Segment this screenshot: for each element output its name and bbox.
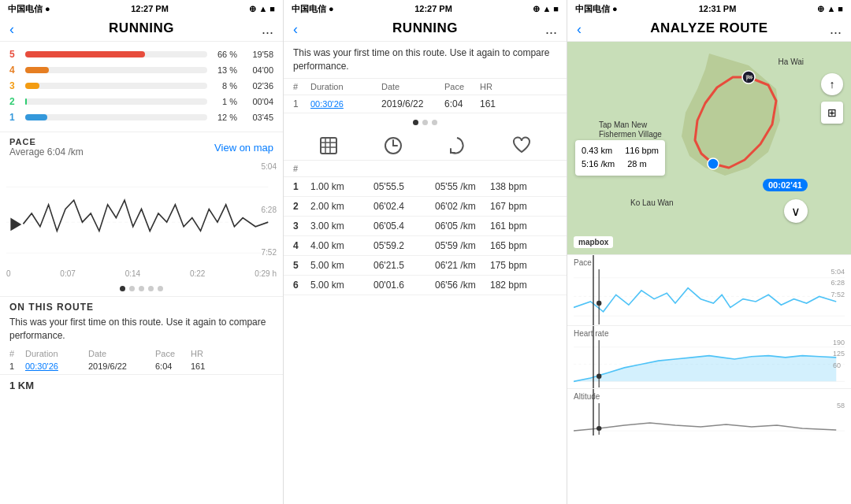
dot-1-2[interactable] <box>129 286 135 291</box>
lap-col1-header: # <box>293 164 310 173</box>
lap4-num: 4 <box>293 240 310 251</box>
zone-bar-bg-5 <box>25 51 207 57</box>
dot-1-4[interactable] <box>148 286 154 291</box>
lap2-dur: 06'02.4 <box>373 201 435 212</box>
layers-button[interactable]: ⊞ <box>821 102 843 124</box>
zone-bar-2 <box>25 98 27 105</box>
route-table-header: # Duration Date Pace HR <box>9 349 273 358</box>
lap6-hr: 182 bpm <box>490 280 537 291</box>
lap-col2-header <box>310 164 373 173</box>
lap4-pace: 05'59 /km <box>435 240 490 251</box>
lap6-dur: 00'01.6 <box>373 280 435 291</box>
row1-duration[interactable]: 00:30'26 <box>25 361 88 371</box>
hr-chart-row: Heart rate 190 125 60 <box>567 325 851 388</box>
p2-col-pace: Pace <box>444 82 480 91</box>
pace-chart-row: Pace 5:04 6:28 7:52 <box>567 254 851 325</box>
panel-3: 中国电信 ● 12:31 PM ⊕ ▲ ■ ‹ ANALYZE ROUTE ..… <box>567 0 851 504</box>
carrier-1: 中国电信 ● <box>8 3 50 15</box>
p2-dot-3[interactable] <box>432 120 437 125</box>
back-button-2[interactable]: ‹ <box>293 21 298 38</box>
pace-val-1: 5:04 <box>831 266 845 277</box>
hr-chart-line <box>574 340 845 387</box>
col-header-duration: Duration <box>25 349 88 358</box>
lap4-dist: 4.00 km <box>310 240 373 251</box>
map-label-kolau: Ko Lau Wan <box>630 198 674 207</box>
hr-chart-label: Heart rate <box>574 329 608 338</box>
lap2-num: 2 <box>293 201 310 212</box>
p2-table-header: # Duration Date Pace HR <box>284 79 567 95</box>
p2-dot-1[interactable] <box>413 120 418 125</box>
lap-row-1: 1 1.00 km 05'55.5 05'55 /km 138 bpm <box>284 177 567 197</box>
dot-1-5[interactable] <box>158 286 163 291</box>
route-history-table: # Duration Date Pace HR 1 00:30'26 2019/… <box>9 349 273 371</box>
zone-bar-1 <box>25 114 47 120</box>
status-icons-2: ⊕ ▲ ■ <box>533 4 559 14</box>
page-title-2: RUNNING <box>284 20 567 36</box>
alt-chart-row: Altitude 58 <box>567 388 851 435</box>
dot-1-active[interactable] <box>120 286 125 291</box>
more-button-3[interactable]: ... <box>830 21 842 38</box>
svg-point-16 <box>708 158 719 169</box>
chevron-down-button[interactable]: ∨ <box>784 199 808 223</box>
view-on-map-button[interactable]: View on map <box>214 142 273 154</box>
zone-time-5: 19'58 <box>242 50 273 59</box>
col-header-pace: Pace <box>155 349 191 358</box>
panel-1: 中国电信 ● 12:27 PM ⊕ ▲ ■ ‹ RUNNING ... 5 66… <box>0 0 284 504</box>
lap5-dur: 06'21.5 <box>373 260 435 271</box>
p2-icon-distance[interactable] <box>305 135 352 157</box>
zone-pct-1: 12 % <box>214 113 237 122</box>
zone-bar-5 <box>25 51 145 57</box>
panel-2: 中国电信 ● 12:27 PM ⊕ ▲ ■ ‹ RUNNING ... This… <box>284 0 567 504</box>
alt-scrubber-line <box>593 389 594 435</box>
zone-pct-4: 13 % <box>214 65 237 75</box>
p2-description: This was your first time on this route. … <box>284 42 567 79</box>
compass-button[interactable]: ↑ <box>821 73 843 95</box>
lap3-num: 3 <box>293 220 310 232</box>
p2-header: ‹ RUNNING ... <box>284 17 567 42</box>
stats-tooltip: 0.43 km 116 bpm 5:16 /km 28 m <box>575 140 665 176</box>
one-km-label-1: 1 KM <box>0 374 283 391</box>
lap2-pace: 06'02 /km <box>435 201 490 212</box>
p2-row1-num: 1 <box>293 98 310 109</box>
y-label-mid: 6:28 <box>262 206 277 214</box>
lap3-dist: 3.00 km <box>310 220 373 232</box>
row1-pace: 6:04 <box>155 361 191 371</box>
pace-chart-values: 5:04 6:28 7:52 <box>831 266 845 300</box>
map-label-hawai: Ha Wai <box>779 57 804 66</box>
lap5-hr: 175 bpm <box>490 260 537 271</box>
p2-col-date: Date <box>381 82 444 91</box>
svg-text:🏁: 🏁 <box>745 74 753 82</box>
on-this-route-title: ON THIS ROUTE <box>9 302 273 313</box>
back-button-3[interactable]: ‹ <box>577 21 582 38</box>
tooltip-bpm: 116 bpm <box>625 144 659 158</box>
p2-icon-pace[interactable] <box>433 135 481 157</box>
time-badge: 00:02'41 <box>763 179 808 191</box>
page-title-1: RUNNING <box>0 20 283 36</box>
map-area[interactable]: 🏁 mapbox ↑ ⊞ Ha Wai Tap Man NewFishermen… <box>567 42 851 254</box>
pace-val-2: 6:28 <box>831 277 845 288</box>
hr-val-2: 125 <box>833 348 845 359</box>
p2-row1-duration[interactable]: 00:30'26 <box>310 99 381 109</box>
more-button-2[interactable]: ... <box>545 21 557 38</box>
p2-icon-clock[interactable] <box>370 135 417 157</box>
p1-header: ‹ RUNNING ... <box>0 17 283 42</box>
svg-marker-25 <box>574 356 836 382</box>
p2-icons-row <box>284 128 567 161</box>
tooltip-alt: 28 m <box>627 158 646 172</box>
p2-dot-2[interactable] <box>422 120 428 125</box>
zone-num-1: 1 <box>9 112 20 123</box>
more-button-1[interactable]: ... <box>262 21 273 38</box>
lap5-num: 5 <box>293 260 310 271</box>
zone-time-1: 03'45 <box>242 113 273 122</box>
dot-1-3[interactable] <box>139 286 144 291</box>
x-label-4: 0:29 h <box>255 269 277 278</box>
map-label-tapman: Tap Man NewFishermen Village <box>599 120 662 139</box>
back-button-1[interactable]: ‹ <box>9 21 14 38</box>
x-label-1: 0:07 <box>60 269 75 278</box>
p2-icon-heart[interactable] <box>498 135 545 157</box>
zone-time-4: 04'00 <box>242 65 273 75</box>
row1-hr: 161 <box>191 361 214 371</box>
lap4-hr: 165 bpm <box>490 240 537 251</box>
lap1-hr: 138 bpm <box>490 181 537 192</box>
time-2: 12:27 PM <box>414 4 452 13</box>
